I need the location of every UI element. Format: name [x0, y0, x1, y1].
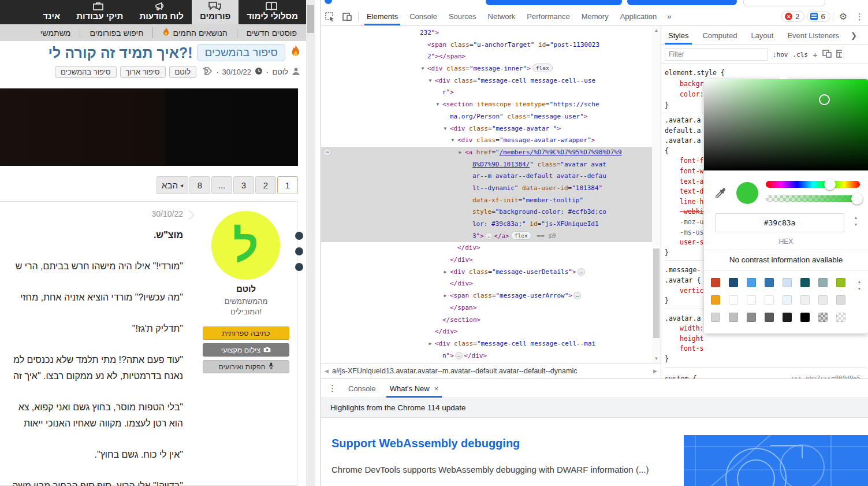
page-scrollbar-thumb[interactable]: [307, 5, 314, 33]
nav-tab-book[interactable]: מסלולי לימוד: [239, 0, 306, 24]
alpha-slider[interactable]: [766, 195, 860, 202]
palette-swatch[interactable]: [765, 313, 774, 322]
css-rule-line[interactable]: height: [665, 334, 866, 344]
devtools-tab-application[interactable]: Application: [614, 8, 663, 25]
palette-swatch[interactable]: [711, 313, 720, 322]
device-toolbar-icon[interactable]: [341, 11, 353, 23]
dom-tree-line[interactable]: <span class="u-anchorTarget" id="post-11…: [321, 39, 661, 51]
new-style-rule-icon[interactable]: +: [813, 50, 818, 60]
hex-spinner-down-icon[interactable]: ▼: [852, 222, 860, 227]
tree-arrow-icon[interactable]: ▼: [434, 99, 441, 111]
dom-tree-line[interactable]: ar--m avatar--default avatar--defau: [321, 170, 661, 183]
devtools-tab-console[interactable]: Console: [404, 8, 443, 25]
collapsed-content-icon[interactable]: …: [455, 352, 463, 359]
thread-tag[interactable]: סיפור ארוך: [120, 66, 166, 78]
styles-filter-input[interactable]: Filter: [665, 48, 768, 61]
styles-tab-layout[interactable]: Layout: [744, 27, 780, 44]
palette-swatch[interactable]: [765, 295, 774, 305]
tree-arrow-icon[interactable]: ▼: [427, 75, 434, 87]
tree-arrow-icon[interactable]: ▼: [449, 135, 456, 147]
dom-tree-line[interactable]: lor: #39c83a;" id="js-XFUniqueId1: [321, 218, 661, 231]
error-badge[interactable]: ✕2: [781, 11, 804, 22]
hex-input[interactable]: #39c83a: [715, 213, 844, 232]
page-nav-dot[interactable]: [295, 247, 303, 255]
dom-tree-line[interactable]: r">: [321, 87, 661, 99]
dom-tree-line[interactable]: lt--dynamic" data-user-id="101384": [321, 183, 661, 195]
collapsed-content-icon[interactable]: …: [578, 268, 585, 276]
palette-swatch[interactable]: [783, 278, 792, 287]
tree-arrow-icon[interactable]: ▶: [457, 147, 464, 159]
dom-tree-line[interactable]: ▼<div class="message-avatar-wrapper">: [321, 135, 661, 147]
styles-more-chevron[interactable]: ❯: [846, 31, 862, 40]
settings-gear-icon[interactable]: ⚙: [839, 11, 847, 22]
dom-tree-line[interactable]: ▶<span class="message-userArrow">…: [321, 290, 661, 302]
palette-swatch[interactable]: [836, 295, 845, 305]
nav-tab-briefcase[interactable]: תיקי עבודות: [68, 0, 131, 24]
computed-styles-icon[interactable]: [822, 50, 832, 60]
breadcrumb-left-icon[interactable]: ◀: [321, 368, 332, 374]
avatar[interactable]: ל: [211, 211, 280, 280]
user-action-button[interactable]: הפקות ואירועים: [203, 360, 289, 373]
hue-slider[interactable]: [766, 181, 860, 188]
breadcrumb-text[interactable]: a#js-XFUniqueId13.avatar.avatar--m.avata…: [332, 367, 650, 375]
post-username[interactable]: לוטם: [195, 284, 297, 294]
dom-tree-line[interactable]: ▼<div class="message-cell message-cell--…: [321, 75, 661, 87]
palette-swatch[interactable]: [800, 278, 810, 287]
saturation-gradient[interactable]: [704, 79, 868, 170]
palette-swatch[interactable]: [818, 295, 828, 305]
dom-tree-line[interactable]: style="background-color: #ecfb3d;co: [321, 206, 661, 218]
palette-swatch[interactable]: [783, 295, 792, 305]
palette-swatch[interactable]: [729, 313, 738, 322]
dom-tree-line[interactable]: </div>: [321, 326, 661, 338]
more-tabs-chevron[interactable]: »: [662, 12, 676, 21]
palette-swatch[interactable]: [747, 313, 756, 322]
dom-tree-line[interactable]: data-xf-init="member-tooltip": [321, 195, 661, 207]
subnav-item[interactable]: משתמשי: [31, 28, 80, 38]
tree-arrow-icon[interactable]: ▶: [442, 290, 449, 302]
hex-format-label[interactable]: HEX: [704, 238, 868, 246]
subnav-item[interactable]: הנושאים החמים: [152, 27, 236, 38]
hue-knob[interactable]: [824, 179, 836, 190]
ad-banner[interactable]: [0, 88, 298, 166]
drawer-menu-icon[interactable]: ⋮: [321, 383, 341, 394]
article-title[interactable]: Support WebAssembly debugging: [331, 437, 520, 450]
dom-tree[interactable]: 232"><span class="u-anchorTarget" id="po…: [321, 27, 661, 362]
styles-tab-styles[interactable]: Styles: [661, 27, 695, 44]
css-rule-line[interactable]: }: [665, 354, 866, 365]
cls-toggle[interactable]: .cls: [793, 51, 809, 58]
hov-toggle[interactable]: :hov: [773, 51, 788, 58]
dom-tree-line[interactable]: </section>: [321, 314, 661, 327]
collapsed-content-icon[interactable]: …: [485, 232, 493, 240]
dom-tree-line[interactable]: ▼<div class="message-avatar ">: [321, 123, 661, 135]
more-actions-icon[interactable]: ⋯: [323, 149, 331, 156]
dom-tree-line[interactable]: 8%D7%9D.101384/" class="avatar avat: [321, 159, 661, 171]
flex-badge[interactable]: flex: [511, 231, 531, 240]
palette-swatch[interactable]: [818, 278, 828, 287]
dom-tree-line[interactable]: </span>: [321, 302, 661, 314]
dom-tree-line[interactable]: n">…</div>: [321, 350, 661, 362]
dom-tree-line[interactable]: ▼<div class="message-inner">flex: [321, 63, 661, 75]
breadcrumb-right-icon[interactable]: ▶: [650, 368, 661, 374]
dom-tree-line[interactable]: </div>: [321, 254, 661, 266]
devtools-tab-memory[interactable]: Memory: [576, 8, 614, 25]
user-action-button[interactable]: כתיבה ספרותית: [203, 327, 289, 340]
dom-tree-line[interactable]: 3">…</a>flex == $0: [321, 231, 661, 243]
page-button-8[interactable]: 8: [189, 176, 210, 194]
palette-swatch[interactable]: [765, 278, 774, 287]
page-button-1[interactable]: 1: [277, 176, 298, 194]
page-nav-dot[interactable]: [295, 232, 303, 240]
palette-spinner-down-icon[interactable]: ▼: [855, 287, 863, 291]
dom-tree-line[interactable]: ma.org/Person" class="message-user">: [321, 111, 661, 123]
nav-tab-index[interactable]: אינד: [35, 0, 68, 24]
palette-swatch-transparent-dark[interactable]: [818, 313, 828, 322]
devtools-tab-network[interactable]: Network: [482, 8, 521, 25]
drawer-tab-what-s-new[interactable]: What's New×: [383, 380, 446, 398]
devtools-tab-elements[interactable]: Elements: [361, 8, 404, 25]
flex-badge[interactable]: flex: [532, 64, 553, 72]
palette-swatch[interactable]: [800, 313, 810, 322]
dom-tree-line[interactable]: ▼<section itemscope itemtype="https://sc…: [321, 99, 661, 111]
devtools-menu-icon[interactable]: ⋮: [855, 12, 864, 22]
thread-author[interactable]: לוטם: [272, 68, 288, 76]
saturation-indicator[interactable]: [819, 94, 830, 105]
hex-spinner-up-icon[interactable]: ▲: [852, 216, 860, 220]
